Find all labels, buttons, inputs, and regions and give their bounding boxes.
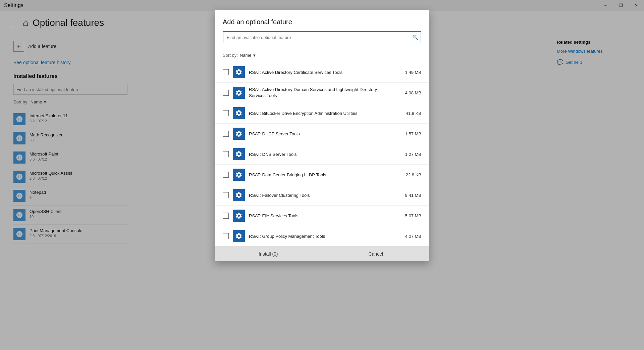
feature-size: 22.8 KB [398, 172, 421, 177]
feature-size: 1.49 MB [398, 70, 421, 75]
feature-checkbox[interactable] [223, 233, 229, 239]
modal-sort-value: Name [240, 53, 252, 58]
feature-icon [233, 230, 245, 242]
feature-name: RSAT: Data Center Bridging LLDP Tools [249, 172, 394, 177]
feature-checkbox[interactable] [223, 69, 229, 75]
modal-sort-chevron: ▾ [253, 53, 256, 58]
feature-icon [233, 169, 245, 181]
modal-list-item[interactable]: RSAT: Active Directory Domain Services a… [215, 83, 429, 103]
add-optional-feature-modal: Add an optional feature 🔍 Sort by: Name … [215, 10, 429, 261]
modal-list-item[interactable]: RSAT: BitLocker Drive Encryption Adminis… [215, 103, 429, 124]
modal-header: Add an optional feature 🔍 [215, 10, 429, 49]
feature-icon [233, 128, 245, 140]
install-button[interactable]: Install (0) [215, 247, 322, 261]
modal-overlay: Add an optional feature 🔍 Sort by: Name … [0, 0, 644, 350]
feature-size: 5.07 MB [398, 213, 421, 218]
modal-footer: Install (0) Cancel [215, 246, 429, 261]
cancel-button[interactable]: Cancel [322, 247, 430, 261]
feature-name: RSAT: File Services Tools [249, 213, 394, 218]
modal-sort-bar[interactable]: Sort by: Name ▾ [215, 49, 429, 62]
search-icon: 🔍 [412, 35, 418, 40]
feature-icon [233, 189, 245, 201]
feature-icon [233, 107, 245, 119]
modal-list-item[interactable]: RSAT: Active Directory Certificate Servi… [215, 62, 429, 83]
feature-name: RSAT: Group Policy Management Tools [249, 234, 394, 239]
feature-name: RSAT: BitLocker Drive Encryption Adminis… [249, 111, 394, 116]
feature-checkbox[interactable] [223, 110, 229, 116]
feature-checkbox[interactable] [223, 151, 229, 157]
feature-checkbox[interactable] [223, 90, 229, 96]
modal-list-item[interactable]: RSAT: Data Center Bridging LLDP Tools 22… [215, 165, 429, 185]
modal-search-wrapper: 🔍 [223, 31, 421, 43]
feature-icon [233, 148, 245, 160]
feature-checkbox[interactable] [223, 131, 229, 137]
feature-size: 1.57 MB [398, 131, 421, 136]
feature-name: RSAT: Active Directory Certificate Servi… [249, 70, 394, 75]
feature-icon [233, 210, 245, 222]
modal-list-item[interactable]: RSAT: DNS Server Tools 1.27 MB [215, 144, 429, 165]
feature-size: 4.98 MB [398, 90, 421, 95]
feature-name: RSAT: Failover Clustering Tools [249, 193, 394, 198]
feature-checkbox[interactable] [223, 192, 229, 198]
modal-list-item[interactable]: RSAT: Failover Clustering Tools 9.41 MB [215, 185, 429, 206]
modal-feature-list: RSAT: Active Directory Certificate Servi… [215, 62, 429, 246]
feature-size: 41.9 KB [398, 111, 421, 116]
feature-checkbox[interactable] [223, 172, 229, 178]
feature-name: RSAT: DHCP Server Tools [249, 131, 394, 136]
feature-name: RSAT: Active Directory Domain Services a… [249, 87, 394, 99]
modal-list-item[interactable]: RSAT: Group Policy Management Tools 4.07… [215, 226, 429, 246]
modal-sort-label: Sort by: [223, 53, 238, 58]
feature-checkbox[interactable] [223, 213, 229, 219]
modal-list-item[interactable]: RSAT: File Services Tools 5.07 MB [215, 206, 429, 226]
modal-search-input[interactable] [223, 31, 421, 43]
modal-list-item[interactable]: RSAT: DHCP Server Tools 1.57 MB [215, 124, 429, 144]
feature-size: 1.27 MB [398, 152, 421, 157]
modal-title: Add an optional feature [223, 18, 421, 26]
feature-name: RSAT: DNS Server Tools [249, 152, 394, 157]
feature-size: 4.07 MB [398, 234, 421, 239]
feature-size: 9.41 MB [398, 193, 421, 198]
feature-icon [233, 87, 245, 99]
feature-icon [233, 66, 245, 78]
